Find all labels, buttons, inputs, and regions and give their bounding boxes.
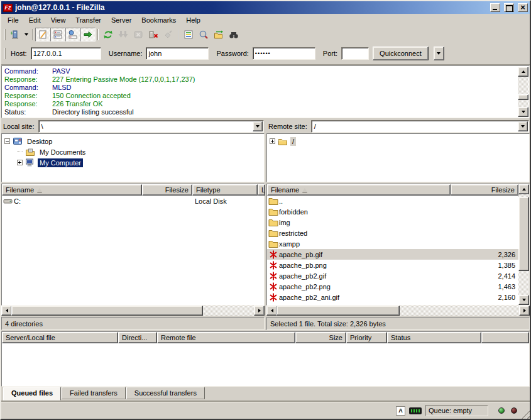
local-site-combo[interactable]: \ bbox=[38, 120, 264, 133]
queue-status-text: Queue: empty bbox=[429, 407, 472, 414]
process-queue-button[interactable] bbox=[116, 28, 131, 41]
maximize-button[interactable] bbox=[504, 3, 514, 12]
scroll-up-button[interactable] bbox=[518, 184, 529, 194]
remote-file-row[interactable]: img bbox=[267, 217, 518, 228]
column-header-filename[interactable]: Filename bbox=[2, 184, 142, 196]
quickconnect-button[interactable]: Quickconnect bbox=[373, 47, 429, 60]
column-header-priority[interactable]: Priority bbox=[346, 332, 387, 343]
column-header-filetype[interactable]: Filetype bbox=[192, 184, 258, 196]
tree-item-root[interactable]: / bbox=[270, 136, 528, 146]
menu-view[interactable]: View bbox=[46, 15, 71, 25]
scroll-thumb[interactable] bbox=[518, 94, 528, 100]
directory-listing-filters-button[interactable] bbox=[181, 28, 196, 41]
tree-item-my-documents[interactable]: My Documents bbox=[4, 146, 263, 157]
tree-label[interactable]: / bbox=[290, 137, 296, 146]
scroll-thumb[interactable] bbox=[11, 306, 203, 316]
column-header-status[interactable]: Status bbox=[387, 332, 481, 343]
remote-file-row[interactable]: restricted bbox=[267, 228, 518, 238]
column-header-server-local-file[interactable]: Server/Local file bbox=[2, 332, 118, 343]
menu-help[interactable]: Help bbox=[181, 15, 205, 25]
tree-label[interactable]: Desktop bbox=[25, 137, 54, 146]
username-input[interactable] bbox=[146, 47, 209, 60]
sort-ascending-icon bbox=[37, 188, 42, 192]
menu-bookmarks[interactable]: Bookmarks bbox=[136, 15, 181, 25]
directory-comparison-button[interactable] bbox=[196, 28, 211, 41]
transfer-type-indicator-icon[interactable] bbox=[396, 406, 405, 416]
column-header-remote-file[interactable]: Remote file bbox=[157, 332, 295, 343]
remote-file-row[interactable]: apache_pb2.png 1,463 bbox=[267, 281, 518, 292]
remote-site-dropdown[interactable] bbox=[518, 121, 528, 131]
toggle-remote-tree-button[interactable] bbox=[65, 28, 80, 41]
remote-site-combo[interactable]: / bbox=[311, 120, 529, 133]
tree-label[interactable]: My Computer bbox=[38, 158, 83, 167]
scroll-left-button[interactable] bbox=[266, 306, 277, 316]
minimize-button[interactable] bbox=[490, 3, 500, 12]
menu-server[interactable]: Server bbox=[106, 15, 136, 25]
host-input[interactable] bbox=[31, 47, 101, 60]
password-input[interactable] bbox=[253, 47, 315, 60]
message-log-icon bbox=[38, 30, 48, 40]
log-scrollbar[interactable] bbox=[518, 67, 528, 117]
local-file-row[interactable]: C: Local Disk bbox=[2, 196, 264, 206]
find-files-button[interactable] bbox=[226, 28, 241, 41]
collapse-icon[interactable] bbox=[4, 138, 10, 144]
local-horizontal-scrollbar[interactable] bbox=[1, 306, 265, 316]
expand-icon[interactable] bbox=[270, 138, 275, 144]
folder-icon bbox=[278, 136, 288, 146]
folder-icon bbox=[268, 240, 278, 248]
tree-label[interactable]: My Documents bbox=[38, 148, 87, 157]
tree-item-my-computer[interactable]: My Computer bbox=[4, 157, 263, 168]
scroll-right-button[interactable] bbox=[519, 306, 530, 316]
speed-limit-indicator-icon[interactable] bbox=[409, 407, 422, 414]
toggle-transfer-queue-button[interactable] bbox=[80, 28, 96, 41]
scroll-up-button[interactable] bbox=[518, 67, 528, 77]
tab-failed-transfers[interactable]: Failed transfers bbox=[62, 387, 126, 399]
remote-horizontal-scrollbar[interactable] bbox=[266, 306, 530, 316]
scroll-left-button[interactable] bbox=[1, 306, 12, 316]
toggle-local-tree-button[interactable] bbox=[50, 28, 65, 41]
cancel-button[interactable] bbox=[131, 28, 146, 41]
menu-transfer[interactable]: Transfer bbox=[70, 15, 106, 25]
scroll-thumb[interactable] bbox=[276, 306, 400, 316]
scroll-thumb[interactable] bbox=[518, 197, 529, 271]
expand-icon[interactable] bbox=[17, 160, 23, 165]
column-header-direction[interactable]: Directi... bbox=[118, 332, 157, 343]
column-header-filesize[interactable]: Filesize bbox=[451, 184, 518, 196]
column-header-filename[interactable]: Filename bbox=[267, 184, 451, 196]
synchronized-browsing-button[interactable] bbox=[211, 28, 226, 41]
disconnect-button[interactable] bbox=[146, 28, 161, 41]
scroll-right-button[interactable] bbox=[254, 306, 265, 316]
column-header-filesize[interactable]: Filesize bbox=[142, 184, 192, 196]
local-site-label: Local site: bbox=[2, 123, 36, 130]
tree-item-desktop[interactable]: Desktop bbox=[4, 136, 263, 146]
scroll-down-button[interactable] bbox=[518, 295, 529, 305]
site-manager-button[interactable] bbox=[7, 28, 22, 41]
remote-file-row[interactable]: apache_pb2_ani.gif 2,160 bbox=[267, 292, 518, 302]
menu-edit[interactable]: Edit bbox=[24, 15, 46, 25]
tab-queued-files[interactable]: Queued files bbox=[3, 387, 61, 401]
activity-led-send bbox=[511, 407, 517, 414]
remote-file-row[interactable]: .. bbox=[267, 196, 518, 206]
refresh-button[interactable] bbox=[101, 28, 116, 41]
remote-vertical-scrollbar[interactable] bbox=[518, 184, 529, 305]
column-header-size[interactable]: Size bbox=[295, 332, 346, 343]
remote-file-row-selected[interactable]: apache_pb.gif 2,326 bbox=[267, 249, 518, 260]
remote-file-row[interactable]: apache_pb.png 1,385 bbox=[267, 260, 518, 270]
local-file-list: Filename Filesize Filetype L C: Local Di… bbox=[1, 184, 265, 306]
port-input[interactable] bbox=[341, 47, 369, 60]
tab-successful-transfers[interactable]: Successful transfers bbox=[126, 387, 205, 399]
menu-file[interactable]: File bbox=[3, 15, 24, 25]
local-site-dropdown[interactable] bbox=[253, 121, 263, 131]
remote-file-row[interactable]: forbidden bbox=[267, 206, 518, 217]
toolbar-separator bbox=[97, 29, 99, 40]
resize-grip[interactable] bbox=[521, 410, 530, 419]
remote-file-row[interactable]: apache_pb2.gif 2,414 bbox=[267, 270, 518, 281]
quickconnect-dropdown[interactable] bbox=[434, 47, 444, 60]
toggle-message-log-button[interactable] bbox=[35, 28, 50, 41]
close-button[interactable] bbox=[518, 3, 528, 12]
reconnect-button[interactable] bbox=[161, 28, 176, 41]
site-manager-dropdown[interactable] bbox=[22, 28, 30, 41]
column-header-last-modified[interactable]: L bbox=[258, 184, 265, 196]
scroll-down-button[interactable] bbox=[518, 107, 528, 117]
remote-file-row[interactable]: xampp bbox=[267, 238, 518, 249]
